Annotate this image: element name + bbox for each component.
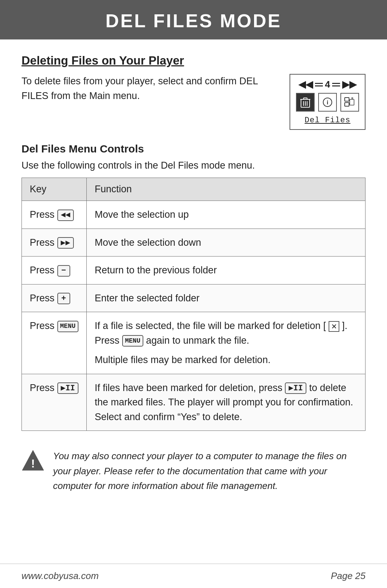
next-button-icon: ▶▶	[57, 237, 74, 249]
warning-note: ! You may also connect your player to a …	[22, 445, 366, 497]
nav-right-arrow: ▶▶	[342, 79, 357, 90]
del-files-icon-box: ◀◀ 4 ▶▶	[290, 74, 366, 130]
nav-lines-left	[315, 83, 323, 86]
footer-page: Page 25	[331, 570, 366, 582]
svg-rect-10	[350, 99, 354, 105]
nav-lines-right	[332, 83, 340, 86]
sub-heading: Del Files Menu Controls	[22, 143, 366, 155]
menu-button-icon: MENU	[57, 321, 78, 332]
nav-number: 4	[325, 79, 330, 90]
section-title: Deleting Files on Your Player	[22, 54, 366, 67]
footer-url: www.cobyusa.com	[22, 570, 99, 582]
press-label: Press	[30, 320, 57, 331]
prev-button-icon: ◀◀	[57, 210, 74, 221]
page-title: DEL FILES MODE	[0, 10, 387, 32]
key-cell: Press ◀◀	[22, 201, 87, 229]
main-content: Deleting Files on Your Player To delete …	[0, 39, 387, 526]
playpause-button-icon-inline: ▶II	[285, 382, 306, 394]
svg-text:!: !	[31, 457, 35, 470]
press-label: Press	[30, 265, 57, 276]
press-label: Press	[30, 209, 57, 220]
table-row: Press + Enter the selected folder	[22, 284, 366, 312]
table-row: Press ▶II If files have been marked for …	[22, 374, 366, 431]
key-cell: Press +	[22, 284, 87, 312]
playpause-button-icon: ▶II	[57, 382, 79, 394]
top-section: To delete files from your player, select…	[22, 74, 366, 130]
nav-left-arrow: ◀◀	[298, 79, 313, 90]
key-cell: Press ▶II	[22, 374, 87, 431]
function-cell-play: If files have been marked for deletion, …	[87, 374, 366, 431]
info-icon: i	[318, 93, 337, 112]
key-cell: Press −	[22, 257, 87, 284]
controls-table: Key Function Press ◀◀ Move the selection…	[22, 178, 366, 431]
icon-label: Del Files	[305, 116, 350, 125]
svg-rect-8	[345, 98, 349, 101]
key-cell: Press MENU	[22, 312, 87, 374]
warning-icon: !	[22, 449, 44, 472]
page-footer: www.cobyusa.com Page 25	[0, 564, 387, 588]
warning-text: You may also connect your player to a co…	[53, 449, 366, 494]
function-cell-menu: If a file is selected, the file will be …	[87, 312, 366, 374]
press-label: Press	[30, 293, 57, 304]
svg-text:i: i	[327, 99, 328, 105]
minus-button-icon: −	[57, 265, 70, 277]
trash-icon	[296, 93, 315, 112]
table-row: Press ▶▶ Move the selection down	[22, 229, 366, 257]
col-header-function: Function	[87, 178, 366, 201]
table-row: Press MENU If a file is selected, the fi…	[22, 312, 366, 374]
table-row: Press ◀◀ Move the selection up	[22, 201, 366, 229]
function-cell: Return to the previous folder	[87, 257, 366, 284]
svg-rect-9	[345, 103, 349, 106]
grid-icon	[340, 93, 359, 112]
menu-function-extra: Multiple files may be marked for deletio…	[95, 353, 357, 367]
col-header-key: Key	[22, 178, 87, 201]
x-mark-icon: ✕	[329, 321, 339, 332]
menu-button-icon-inline: MENU	[122, 335, 143, 347]
table-row: Press − Return to the previous folder	[22, 257, 366, 284]
function-cell: Move the selection up	[87, 201, 366, 229]
function-cell: Move the selection down	[87, 229, 366, 257]
page-header: DEL FILES MODE	[0, 0, 387, 39]
function-cell: Enter the selected folder	[87, 284, 366, 312]
section-description: To delete files from your player, select…	[22, 74, 279, 103]
press-label: Press	[30, 237, 57, 248]
icon-box-nav: ◀◀ 4 ▶▶	[298, 79, 357, 90]
instruction-text: Use the following controls in the Del Fi…	[22, 160, 366, 171]
press-label: Press	[30, 382, 57, 393]
key-cell: Press ▶▶	[22, 229, 87, 257]
plus-button-icon: +	[57, 293, 70, 304]
icon-box-icons: i	[296, 93, 359, 112]
menu-function-text: If a file is selected, the file will be …	[95, 319, 357, 348]
